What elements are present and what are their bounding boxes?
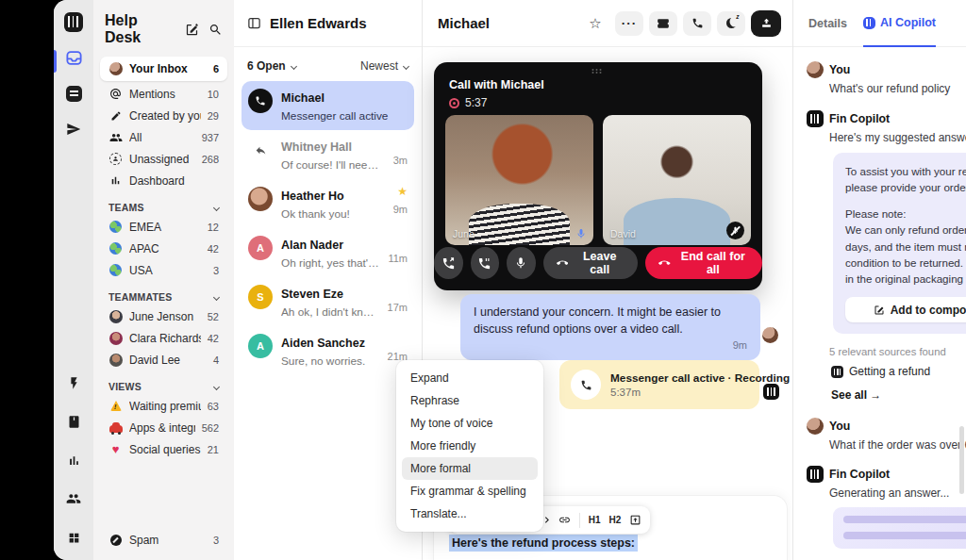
copilot-answer-2: Fin Copilot	[807, 466, 966, 483]
globe-icon	[108, 263, 123, 277]
call-card: Call with Michael 5:37 June David	[434, 62, 762, 290]
conversation-item-heather-ho[interactable]: Heather Ho Ok thank you! ★ 9m	[242, 179, 414, 228]
ticket-button[interactable]	[649, 11, 677, 36]
section-teams[interactable]: TEAMS	[108, 202, 219, 213]
outbound-icon[interactable]	[64, 120, 83, 139]
hold-call-button[interactable]	[471, 247, 500, 279]
intercom-logo-icon[interactable]	[64, 12, 83, 31]
tab-details[interactable]: Details	[808, 0, 847, 46]
star-button[interactable]: ☆	[581, 11, 609, 36]
fin-copilot-icon	[807, 110, 824, 127]
apps-grid-icon[interactable]	[64, 528, 83, 547]
sidebar-item-apps-integrations[interactable]: Apps & integrations 562	[102, 417, 225, 438]
globe-icon	[108, 220, 123, 234]
conversation-list: Ellen Edwards 6 Open Newest Michael Mess…	[234, 0, 423, 560]
snooze-button[interactable]	[717, 11, 745, 36]
snippet-button[interactable]	[629, 514, 641, 526]
sidebar-item-created-by-you[interactable]: Created by you 29	[102, 105, 225, 126]
warning-icon	[108, 399, 123, 413]
menu-item-translate[interactable]: Translate...	[402, 502, 538, 525]
send-close-button[interactable]	[751, 10, 781, 37]
sidebar-item-emea[interactable]: EMEA 12	[102, 216, 225, 238]
section-teammates[interactable]: TEAMMATES	[108, 291, 219, 303]
conversation-item-michael[interactable]: Michael Messenger call active	[242, 81, 414, 130]
conversation-item-steven-eze[interactable]: S Steven Eze Ah ok, I didn't know that..…	[242, 277, 414, 326]
sidebar-item-mentions[interactable]: Mentions 10	[102, 83, 225, 105]
sidebar-item-usa[interactable]: USA 3	[102, 259, 225, 281]
conversation-item-alan-nader[interactable]: A Alan Nader Oh right, yes that's work..…	[242, 228, 414, 277]
app-window: Help Desk Your Inbox 6 Mentions 10 Creat…	[54, 0, 966, 560]
sort-selector[interactable]: Newest	[360, 59, 408, 73]
transfer-call-button[interactable]	[434, 247, 463, 279]
copilot-panel: Details AI Copilot You What's our refund…	[792, 0, 966, 560]
conversation-item-whitney-hall[interactable]: Whitney Hall Of course! I'll need to co.…	[242, 130, 414, 179]
automation-icon[interactable]	[64, 373, 83, 392]
section-views[interactable]: VIEWS	[108, 381, 219, 392]
menu-item-rephrase[interactable]: Rephrase	[402, 389, 538, 412]
link-button[interactable]	[558, 514, 571, 526]
leave-call-button[interactable]: Leave call	[543, 247, 639, 279]
source-getting-a-refund[interactable]: Getting a refund	[831, 365, 966, 378]
sidebar-item-unassigned[interactable]: Unassigned 268	[102, 148, 225, 170]
menu-item-fix-grammar[interactable]: Fix grammar & spelling	[402, 480, 538, 502]
compose-icon[interactable]	[185, 23, 199, 37]
menu-item-my-tone-of-voice[interactable]: My tone of voice	[402, 412, 538, 435]
menu-item-more-formal[interactable]: More formal	[402, 457, 538, 480]
chevron-down-icon	[403, 62, 409, 69]
call-button[interactable]	[683, 11, 711, 36]
menu-item-expand[interactable]: Expand	[402, 367, 538, 389]
see-all-link[interactable]: See all →	[831, 388, 966, 402]
panel-toggle-icon[interactable]	[247, 16, 261, 30]
people-icon	[108, 130, 123, 144]
h1-button[interactable]: H1	[589, 515, 601, 525]
h2-button[interactable]: H2	[608, 515, 621, 525]
avatar	[108, 331, 123, 345]
phone-icon	[248, 89, 273, 113]
sidebar-item-june-jenson[interactable]: June Jenson 52	[102, 305, 225, 327]
more-button[interactable]: ···	[615, 11, 643, 36]
tickets-icon[interactable]	[64, 84, 83, 103]
knowledge-icon[interactable]	[64, 412, 83, 431]
copilot-question: You	[807, 61, 966, 78]
end-call-for-all-button[interactable]: End call for all	[645, 247, 762, 279]
scrollbar[interactable]	[959, 426, 964, 494]
add-to-composer-button[interactable]: Add to composer	[845, 297, 966, 322]
sidebar-item-your-inbox[interactable]: Your Inbox 6	[100, 57, 227, 81]
ai-rewrite-menu: Expand Rephrase My tone of voice More fr…	[396, 360, 543, 532]
conversation-item-aiden-sanchez[interactable]: A Aiden Sanchez Sure, no worries. 21m	[242, 326, 414, 375]
call-note-card[interactable]: Messenger call active · Recording 5:37m	[559, 360, 759, 409]
sidebar-item-clara-richards[interactable]: Clara Richards 42	[102, 327, 225, 349]
initial-avatar: A	[248, 236, 273, 260]
active-indicator	[54, 50, 57, 73]
chevron-down-icon	[213, 204, 220, 210]
sidebar-item-apac[interactable]: APAC 42	[102, 238, 225, 259]
sidebar-item-waiting-premium[interactable]: Waiting premium 63	[102, 395, 225, 417]
open-filter[interactable]: 6 Open	[247, 59, 296, 73]
article-icon	[831, 366, 843, 378]
list-owner-title: Ellen Edwards	[270, 15, 367, 31]
sidebar-item-dashboard[interactable]: Dashboard	[102, 170, 225, 191]
composer-text[interactable]: Here's the refund process steps:	[449, 536, 638, 550]
globe-icon	[108, 241, 123, 255]
suggested-answer-card: To assist you with your refund re please…	[833, 153, 966, 334]
sidebar-item-social-queries[interactable]: ♥ Social queries 21	[102, 438, 225, 460]
phone-icon	[571, 370, 601, 400]
sidebar-item-all[interactable]: All 937	[102, 126, 225, 148]
reply-arrow-icon	[248, 138, 273, 162]
contacts-icon[interactable]	[64, 489, 83, 508]
tab-ai-copilot[interactable]: AI Copilot	[863, 0, 936, 47]
drag-handle-icon[interactable]	[592, 69, 605, 74]
initial-avatar: A	[248, 334, 273, 358]
initial-avatar: S	[248, 285, 273, 309]
mute-button[interactable]	[507, 247, 536, 279]
search-icon[interactable]	[208, 23, 223, 37]
spam-icon	[108, 533, 123, 547]
menu-item-more-friendly[interactable]: More friendly	[402, 435, 538, 457]
reports-icon[interactable]	[64, 451, 83, 469]
sidebar-item-spam[interactable]: Spam 3	[102, 529, 225, 551]
inbox-icon[interactable]	[64, 48, 83, 67]
video-tile-david: David	[603, 115, 751, 245]
avatar	[108, 309, 123, 323]
car-icon	[108, 420, 123, 435]
sidebar-item-david-lee[interactable]: David Lee 4	[102, 349, 225, 371]
